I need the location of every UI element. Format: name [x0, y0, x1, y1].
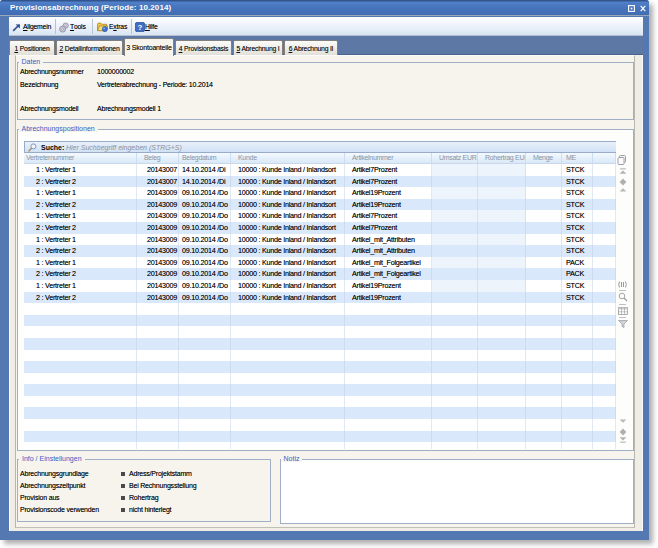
svg-text:?: ? [138, 23, 143, 32]
